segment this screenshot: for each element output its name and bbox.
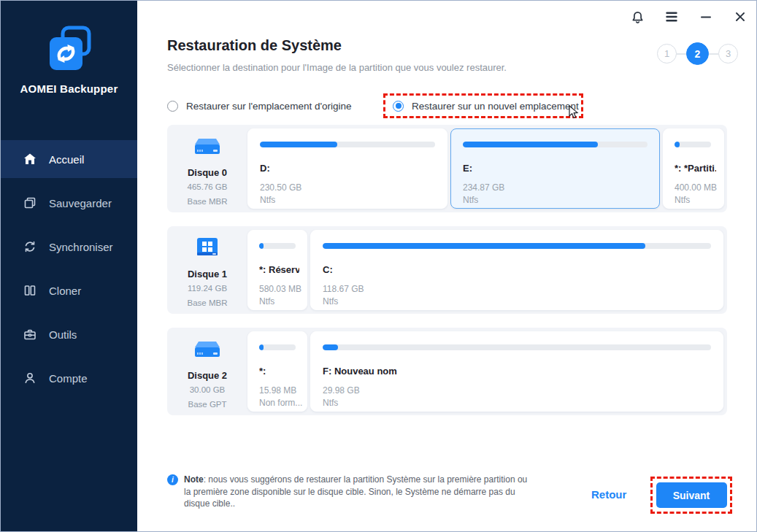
- partition-fs: Ntfs: [323, 397, 711, 409]
- usage-bar: [259, 344, 296, 350]
- titlebar-controls: [629, 9, 748, 25]
- page-title: Restauration de Système: [167, 37, 342, 54]
- step-indicator: 1 2 3: [657, 42, 738, 65]
- sidebar-item-synchroniser[interactable]: Synchroniser: [1, 228, 137, 266]
- step-connector: [677, 53, 686, 55]
- disk-size: 30.00 GB: [167, 384, 247, 396]
- partition-label: D:: [260, 163, 435, 174]
- note-bold: Note: [184, 474, 204, 485]
- sidebar-item-label: Outils: [49, 328, 77, 341]
- partition-card-reserved[interactable]: *: Réservé... 580.03 MB Ntfs: [247, 230, 307, 310]
- usage-bar: [675, 142, 711, 147]
- partition-label: *: Réservé...: [259, 264, 299, 275]
- partition-size: 580.03 MB: [259, 283, 299, 296]
- radio-label: Restaurer sur un nouvel emplacement: [412, 101, 579, 112]
- close-icon[interactable]: [732, 9, 748, 25]
- backup-icon: [23, 196, 37, 210]
- disk-name: Disque 1: [167, 269, 247, 280]
- radio-label: Restaurer sur l'emplacement d'origine: [186, 101, 352, 112]
- disk-type: Base GPT: [167, 398, 247, 410]
- sidebar-item-accueil[interactable]: Accueil: [1, 140, 137, 178]
- disk-row-1: Disque 1 119.24 GB Base MBR *: Réservé..…: [167, 226, 727, 314]
- partition-size: 230.50 GB: [260, 182, 435, 194]
- info-icon: i: [167, 474, 178, 485]
- sidebar-nav: Accueil Sauvegarder Synchroniser Cloner: [1, 140, 137, 397]
- partition-card-e-selected[interactable]: E: 234.87 GB Ntfs: [450, 128, 660, 209]
- usage-bar: [323, 243, 711, 249]
- note-text: Note: nous vous suggérons de restaurer l…: [184, 474, 536, 510]
- system-disk-icon: [191, 252, 224, 265]
- disk-list: Disque 0 465.76 GB Base MBR D: 230.50 GB…: [167, 125, 727, 429]
- partition-label: F: Nouveau nom: [323, 366, 711, 377]
- disk-info-2: Disque 2 30.00 GB Base GPT: [167, 328, 247, 415]
- partition-label: *:: [259, 366, 299, 377]
- partition-card-system-reserved[interactable]: *: *Partiti... 400.00 MB Ntfs: [663, 128, 724, 209]
- sidebar-item-sauvegarder[interactable]: Sauvegarder: [1, 184, 137, 222]
- sidebar-item-cloner[interactable]: Cloner: [1, 271, 137, 309]
- usage-bar: [463, 142, 648, 147]
- disk-name: Disque 0: [167, 167, 247, 178]
- app-window: AOMEI Backupper Accueil Sauvegarder Sync…: [0, 0, 757, 532]
- usage-bar: [259, 243, 296, 249]
- partition-label: C:: [323, 264, 711, 275]
- partition-size: 15.98 MB: [259, 385, 299, 397]
- usage-bar: [260, 142, 435, 147]
- partition-size: 234.87 GB: [463, 182, 648, 194]
- next-button[interactable]: Suivant: [656, 482, 727, 508]
- back-link[interactable]: Retour: [591, 488, 626, 501]
- partition-list: *: 15.98 MB Non form... F: Nouveau nom 2…: [247, 328, 727, 415]
- disk-row-0: Disque 0 465.76 GB Base MBR D: 230.50 GB…: [167, 125, 727, 212]
- radio-circle-on[interactable]: [393, 101, 404, 112]
- step-1: 1: [657, 44, 677, 63]
- partition-list: *: Réservé... 580.03 MB Ntfs C: 118.67 G…: [247, 226, 727, 314]
- partition-label: *: *Partiti...: [675, 163, 716, 174]
- sidebar-item-outils[interactable]: Outils: [1, 315, 137, 353]
- disk-row-2: Disque 2 30.00 GB Base GPT *: 15.98 MB N…: [167, 328, 727, 415]
- partition-fs: Ntfs: [463, 194, 648, 207]
- sidebar-item-label: Accueil: [49, 153, 84, 166]
- partition-fs: Non form...: [259, 397, 299, 409]
- restore-options: Restaurer sur l'emplacement d'origine Re…: [167, 93, 352, 118]
- red-annotation-box-next: Suivant: [650, 477, 732, 514]
- sync-icon: [23, 239, 37, 254]
- page-subtitle: Sélectionner la destination pour l'Image…: [167, 62, 507, 73]
- main-panel: Restauration de Système Sélectionner la …: [137, 1, 757, 531]
- partition-size: 118.67 GB: [323, 283, 711, 296]
- home-icon: [23, 152, 37, 166]
- sidebar-item-compte[interactable]: Compte: [1, 359, 137, 397]
- disk-type: Base MBR: [167, 297, 247, 309]
- notification-bell-icon[interactable]: [629, 9, 645, 25]
- partition-card-d[interactable]: D: 230.50 GB Ntfs: [247, 128, 447, 209]
- partition-fs: Ntfs: [259, 296, 299, 308]
- partition-size: 29.98 GB: [323, 385, 711, 397]
- clone-icon: [23, 283, 37, 298]
- radio-circle-off[interactable]: [167, 101, 178, 112]
- partition-fs: Ntfs: [323, 296, 711, 308]
- disk-info-0: Disque 0 465.76 GB Base MBR: [167, 125, 247, 212]
- sidebar-item-label: Sauvegarder: [49, 197, 112, 209]
- radio-restore-original[interactable]: Restaurer sur l'emplacement d'origine: [167, 101, 352, 112]
- radio-restore-new-location[interactable]: Restaurer sur un nouvel emplacement: [393, 101, 579, 112]
- partition-fs: Ntfs: [260, 194, 435, 207]
- aomei-logo-icon: [43, 62, 96, 74]
- disk-name: Disque 2: [167, 370, 247, 381]
- step-connector: [709, 53, 718, 55]
- menu-icon[interactable]: [664, 9, 680, 25]
- partition-card-unformatted[interactable]: *: 15.98 MB Non form...: [247, 331, 307, 412]
- partition-label: E:: [463, 163, 648, 174]
- sidebar: AOMEI Backupper Accueil Sauvegarder Sync…: [1, 1, 137, 531]
- note-body: : nous vous suggérons de restaurer la pa…: [184, 474, 527, 509]
- note: i Note: nous vous suggérons de restaurer…: [167, 474, 536, 510]
- account-icon: [23, 371, 37, 385]
- sidebar-item-label: Cloner: [49, 285, 81, 297]
- partition-card-f[interactable]: F: Nouveau nom 29.98 GB Ntfs: [310, 331, 723, 412]
- disk-size: 119.24 GB: [167, 282, 247, 294]
- toolbox-icon: [23, 327, 37, 342]
- disk-size: 465.76 GB: [167, 181, 247, 193]
- usage-bar: [323, 344, 711, 350]
- partition-list: D: 230.50 GB Ntfs E: 234.87 GB Ntfs *: *…: [247, 125, 728, 212]
- mouse-cursor-icon: [568, 105, 579, 123]
- brand-name: AOMEI Backupper: [1, 82, 137, 95]
- partition-card-c[interactable]: C: 118.67 GB Ntfs: [310, 230, 723, 310]
- minimize-icon[interactable]: [698, 9, 714, 25]
